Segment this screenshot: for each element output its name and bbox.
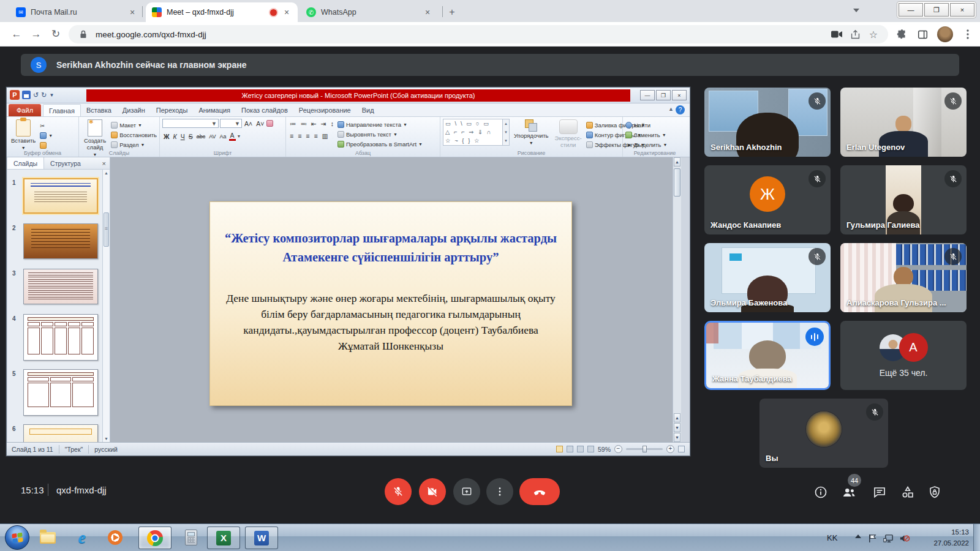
paste-button[interactable]: Вставить▼ (9, 119, 37, 151)
minimize-ribbon-icon[interactable]: ▲ (668, 106, 674, 112)
shrink-font-button[interactable]: A˅ (255, 120, 265, 127)
section-button[interactable]: Раздел▼ (111, 140, 157, 149)
zoom-slider-thumb[interactable] (643, 446, 647, 452)
mic-toggle-button[interactable] (385, 478, 412, 505)
normal-view-icon[interactable] (556, 446, 563, 452)
tab-close-icon[interactable]: × (127, 7, 137, 17)
word-taskbar-button[interactable]: W (245, 527, 278, 549)
bold-button[interactable]: Ж (162, 133, 171, 140)
panel-close-icon[interactable]: × (102, 160, 110, 167)
slideshow-view-icon[interactable] (587, 446, 594, 452)
more-participants-tile[interactable]: A Ещё 35 чел. (840, 321, 967, 390)
quick-styles-button[interactable]: Экспресс-стили (553, 119, 584, 149)
extensions-icon[interactable] (895, 28, 908, 40)
tab-home[interactable]: Главная (43, 104, 81, 116)
language-indicator[interactable]: русский (94, 446, 118, 453)
shapes-gallery[interactable]: ▭ \ \ ▭ ○ ▭△ ⌐ ⌐ ⇒ ⇓ ∩☆ ~ { } ☆ ▲▼▼ (443, 119, 510, 146)
tab-review[interactable]: Рецензирование (293, 104, 356, 116)
profile-avatar[interactable] (937, 26, 953, 42)
font-color-button[interactable]: A (229, 132, 236, 141)
numbering-button[interactable]: ≕ (300, 120, 309, 127)
change-case-button[interactable]: Aa (219, 133, 228, 140)
tab-insert[interactable]: Вставка (81, 104, 117, 116)
redo-icon[interactable]: ↻ (41, 91, 47, 99)
zoom-out-icon[interactable]: − (614, 445, 622, 453)
participant-tile[interactable]: Алиаскарова Гульзира ... (840, 243, 967, 312)
replace-button[interactable]: Заменить▼ (625, 130, 684, 140)
file-tab[interactable]: Файл (9, 104, 41, 116)
file-explorer-icon[interactable] (38, 528, 58, 547)
tab-view[interactable]: Вид (356, 104, 380, 116)
columns-button[interactable]: ▥ (321, 132, 330, 140)
tab-meet[interactable]: Meet – qxd-fmxd-djj × (146, 2, 298, 22)
italic-button[interactable]: К (172, 133, 178, 140)
share-icon[interactable] (849, 28, 861, 40)
align-text-button[interactable]: Выровнять текст▼ (337, 130, 423, 139)
smartart-button[interactable]: Преобразовать в SmartArt▼ (337, 140, 423, 149)
hidden-icons-chevron[interactable] (855, 534, 861, 538)
participant-tile[interactable]: Erlan Utegenov (840, 88, 967, 157)
scroll-down-icon[interactable]: ▼ (674, 433, 680, 442)
slide-sorter-icon[interactable] (567, 446, 573, 452)
internet-explorer-icon[interactable]: e (72, 528, 92, 547)
chrome-taskbar-button[interactable] (138, 527, 172, 549)
align-left-button[interactable]: ≡ (288, 132, 295, 140)
tab-close-icon[interactable]: × (423, 7, 432, 17)
shapes-grid[interactable]: ▭ \ \ ▭ ○ ▭△ ⌐ ⌐ ⇒ ⇓ ∩☆ ~ { } ☆ (443, 119, 503, 146)
font-name-combo[interactable]: ▼ (162, 119, 219, 128)
increase-indent-button[interactable]: ⇥ (320, 120, 328, 127)
panel-tab-outline[interactable]: Структура (44, 157, 87, 169)
calculator-icon[interactable] (181, 528, 201, 547)
scroll-up-icon[interactable]: ▲ (674, 157, 680, 167)
font-size-combo[interactable]: ▼ (220, 119, 242, 128)
bookmark-star-icon[interactable]: ☆ (867, 28, 880, 40)
shadow-button[interactable]: S (187, 133, 194, 140)
select-button[interactable]: ➤Выделить▼ (625, 140, 684, 149)
qat-dropdown-icon[interactable]: ▼ (49, 92, 54, 98)
tab-search-icon[interactable] (853, 7, 860, 15)
back-icon[interactable]: ← (9, 26, 24, 42)
browser-menu-icon[interactable] (962, 28, 974, 40)
reset-button[interactable]: Восстановить (111, 130, 157, 140)
underline-button[interactable]: Ч (179, 133, 186, 140)
align-right-button[interactable]: ≡ (304, 132, 311, 140)
tab-slideshow[interactable]: Показ слайдов (236, 104, 293, 116)
cut-button[interactable]: ✂ (40, 121, 53, 130)
tab-whatsapp[interactable]: ✆ WhatsApp × (300, 2, 439, 22)
arrange-button[interactable]: Упорядочить▼ (512, 119, 551, 146)
decrease-indent-button[interactable]: ⇤ (310, 120, 318, 127)
copy-button[interactable]: ▼ (40, 131, 53, 140)
tab-transitions[interactable]: Переходы (151, 104, 194, 116)
camera-icon[interactable] (831, 28, 843, 40)
present-button[interactable] (453, 478, 480, 505)
panel-scroll-thumb[interactable] (104, 212, 109, 247)
self-tile[interactable]: Вы (760, 399, 888, 468)
meeting-details-icon[interactable] (812, 484, 829, 501)
tab-design[interactable]: Дизайн (117, 104, 151, 116)
language-indicator[interactable]: KK (827, 524, 837, 551)
character-spacing-button[interactable]: AV (208, 133, 217, 140)
more-options-button[interactable] (486, 478, 513, 505)
save-icon[interactable] (22, 91, 31, 99)
new-tab-button[interactable]: + (445, 5, 459, 20)
host-controls-icon[interactable] (926, 484, 943, 501)
format-painter-button[interactable] (40, 141, 53, 150)
panel-scrollbar[interactable]: ▲ ▼ (102, 170, 110, 442)
layout-button[interactable]: Макет▼ (111, 121, 157, 130)
slide-thumbnail-2[interactable] (23, 223, 98, 259)
align-center-button[interactable]: ≡ (296, 132, 303, 140)
forward-icon[interactable]: → (28, 26, 44, 42)
activities-icon[interactable] (899, 484, 916, 501)
restore-button[interactable]: ❐ (924, 3, 949, 17)
slide-thumbnail-6[interactable] (23, 424, 98, 442)
text-direction-button[interactable]: Направление текста▼ (337, 120, 423, 129)
fit-to-window-icon[interactable] (678, 446, 685, 452)
volume-muted-icon[interactable] (894, 528, 914, 548)
justify-button[interactable]: ≡ (312, 132, 318, 140)
slide-thumbnail-5[interactable] (23, 369, 98, 416)
address-bar[interactable]: meet.google.com/qxd-fmxd-djj ☆ (69, 25, 888, 43)
participant-tile-speaking[interactable]: Жанна Таубалдиева (704, 321, 831, 390)
close-button[interactable]: × (950, 3, 974, 17)
ppt-minimize-button[interactable]: — (640, 90, 655, 100)
zoom-in-icon[interactable]: + (666, 445, 674, 453)
